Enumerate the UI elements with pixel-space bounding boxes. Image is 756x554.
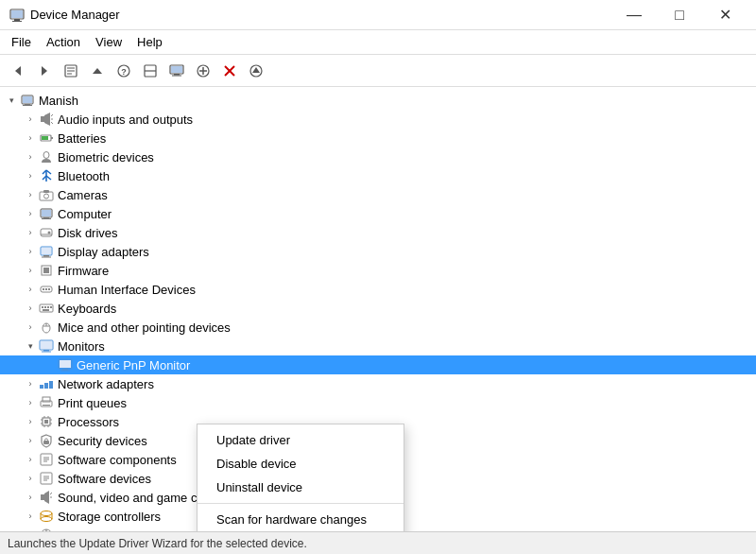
expand-icon[interactable]: › <box>23 414 38 429</box>
toolbar-scan[interactable] <box>138 59 163 83</box>
svg-rect-55 <box>42 248 51 254</box>
expand-icon[interactable]: › <box>23 263 38 278</box>
expand-icon[interactable]: › <box>23 206 38 221</box>
tree-item-diskdrives[interactable]: ›Disk drives <box>0 223 756 242</box>
tree-icon-genericmonitor <box>57 356 74 373</box>
toolbar-monitor[interactable] <box>164 59 189 83</box>
toolbar-help[interactable]: ? <box>112 59 136 83</box>
toolbar-add[interactable] <box>191 59 215 83</box>
tree-icon-computer <box>38 205 55 222</box>
tree-item-printqueues[interactable]: ›Print queues <box>0 393 756 412</box>
tree-icon-storage <box>38 508 55 525</box>
ctx-disable[interactable]: Disable device <box>198 452 404 476</box>
menu-action[interactable]: Action <box>39 33 88 51</box>
menu-help[interactable]: Help <box>129 33 170 51</box>
tree-item-mice[interactable]: ›Mice and other pointing devices <box>0 318 756 337</box>
svg-point-111 <box>41 511 52 516</box>
minimize-button[interactable]: — <box>612 2 656 28</box>
toolbar-properties[interactable] <box>59 59 83 83</box>
svg-rect-80 <box>60 371 70 372</box>
tree-label-software: Software components <box>58 453 177 467</box>
tree-item-root[interactable]: ▾Manish <box>0 91 756 110</box>
expand-icon[interactable]: › <box>23 452 38 467</box>
tree-item-keyboards[interactable]: ›Keyboards <box>0 299 756 318</box>
toolbar-forward[interactable] <box>32 59 57 83</box>
svg-rect-36 <box>51 137 53 139</box>
expand-icon[interactable]: › <box>23 149 38 164</box>
expand-icon[interactable]: › <box>23 225 38 240</box>
tree-item-computer[interactable]: ›Computer <box>0 204 756 223</box>
expand-icon[interactable]: › <box>23 528 38 531</box>
svg-rect-83 <box>49 381 53 389</box>
tree-item-firmware[interactable]: ›Firmware <box>0 261 756 280</box>
svg-rect-59 <box>43 268 49 273</box>
collapse-icon[interactable]: ▾ <box>4 93 19 108</box>
expand-icon[interactable]: › <box>23 244 38 259</box>
ctx-update[interactable]: Update driver <box>198 428 404 452</box>
menu-file[interactable]: File <box>4 33 39 51</box>
tree-icon-security <box>38 432 55 449</box>
tree-label-batteries: Batteries <box>58 131 106 146</box>
svg-rect-88 <box>44 420 48 424</box>
tree-item-monitors[interactable]: ▾Monitors <box>0 337 756 355</box>
menu-view[interactable]: View <box>88 33 129 51</box>
expand-icon[interactable]: › <box>23 490 38 505</box>
expand-icon[interactable]: › <box>23 187 38 202</box>
tree-icon-mice <box>38 319 55 336</box>
tree-label-keyboards: Keyboards <box>58 302 116 316</box>
tree-item-audio[interactable]: ›Audio inputs and outputs <box>0 110 756 129</box>
expand-icon[interactable]: › <box>23 471 38 486</box>
toolbar-update[interactable] <box>244 59 268 83</box>
tree-item-network[interactable]: ›Network adapters <box>0 374 756 393</box>
svg-rect-79 <box>62 369 68 371</box>
toolbar-back[interactable] <box>6 59 30 83</box>
ctx-scan[interactable]: Scan for hardware changes <box>198 508 404 531</box>
svg-rect-44 <box>40 192 53 200</box>
title-bar: Device Manager — □ ✕ <box>0 0 756 30</box>
svg-line-34 <box>51 122 53 124</box>
expand-icon[interactable]: › <box>23 282 38 297</box>
tree-icon-audio <box>38 111 55 128</box>
tree-icon-displayadapters <box>38 243 55 260</box>
svg-marker-4 <box>15 66 21 76</box>
tree-item-bluetooth[interactable]: ›Bluetooth <box>0 166 756 185</box>
window-controls: — □ ✕ <box>612 2 747 28</box>
svg-line-109 <box>50 493 52 494</box>
svg-rect-16 <box>171 66 182 73</box>
svg-rect-27 <box>23 96 32 103</box>
tree-item-displayadapters[interactable]: ›Display adapters <box>0 242 756 261</box>
title-bar-left: Device Manager <box>9 8 120 23</box>
expand-icon[interactable]: › <box>23 320 38 335</box>
svg-rect-28 <box>25 104 30 105</box>
toolbar-remove[interactable] <box>217 59 242 83</box>
tree-item-biometric[interactable]: ›Biometric devices <box>0 147 756 166</box>
expand-icon[interactable]: › <box>23 168 38 183</box>
expand-icon[interactable]: › <box>23 433 38 448</box>
expand-icon[interactable]: › <box>23 395 38 410</box>
expand-icon[interactable]: › <box>23 301 38 316</box>
tree-label-system: System devices <box>58 528 144 532</box>
svg-text:?: ? <box>121 67 127 77</box>
tree-icon-root <box>19 92 36 109</box>
tree-label-network: Network adapters <box>58 377 154 391</box>
close-button[interactable]: ✕ <box>703 2 747 28</box>
svg-line-32 <box>51 114 53 116</box>
tree-label-printqueues: Print queues <box>58 396 127 410</box>
expand-icon[interactable]: › <box>23 130 38 146</box>
toolbar-up[interactable] <box>85 59 110 83</box>
collapse-icon[interactable]: ▾ <box>23 338 38 354</box>
tree-icon-system <box>38 527 55 531</box>
expand-icon[interactable]: › <box>23 509 38 524</box>
expand-icon[interactable]: › <box>23 112 38 127</box>
ctx-uninstall[interactable]: Uninstall device <box>198 476 404 499</box>
status-text: Launches the Update Driver Wizard for th… <box>8 537 307 550</box>
maximize-button[interactable]: □ <box>658 2 701 28</box>
tree-item-cameras[interactable]: ›Cameras <box>0 185 756 204</box>
tree-label-genericmonitor: Generic PnP Monitor <box>77 358 190 372</box>
expand-icon[interactable]: › <box>23 376 38 391</box>
tree-item-genericmonitor[interactable]: Generic PnP Monitor <box>0 355 756 374</box>
window-title: Device Manager <box>30 8 120 22</box>
tree-item-batteries[interactable]: ›Batteries <box>0 129 756 147</box>
tree-item-hid[interactable]: ›Human Interface Devices <box>0 280 756 299</box>
tree-icon-printqueues <box>38 394 55 411</box>
